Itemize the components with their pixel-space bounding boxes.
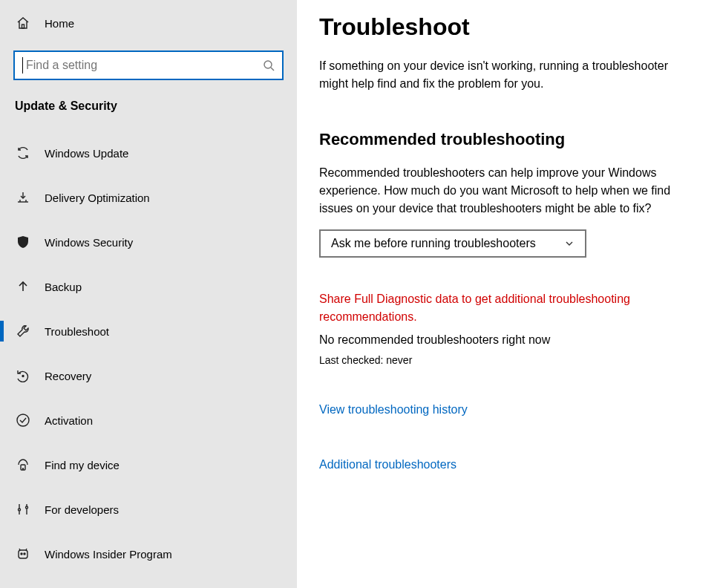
search-container	[13, 50, 284, 80]
sidebar-item-label: Windows Security	[45, 236, 133, 249]
sidebar-item-troubleshoot[interactable]: Troubleshoot	[0, 313, 297, 349]
sidebar-item-activation[interactable]: Activation	[0, 402, 297, 438]
svg-point-8	[21, 553, 22, 555]
sidebar-item-label: Activation	[45, 414, 93, 427]
sidebar-item-label: Windows Insider Program	[45, 548, 172, 561]
last-checked-text: Last checked: never	[319, 354, 698, 366]
svg-point-9	[24, 553, 25, 555]
sidebar-item-label: Windows Update	[45, 147, 128, 160]
view-history-link[interactable]: View troubleshooting history	[319, 403, 698, 416]
sidebar-item-label: Recovery	[45, 370, 91, 382]
sidebar-item-windows-security[interactable]: Windows Security	[0, 224, 297, 260]
dropdown-value: Ask me before running troubleshooters	[331, 237, 536, 250]
additional-troubleshooters-link[interactable]: Additional troubleshooters	[319, 458, 698, 471]
insider-icon	[15, 546, 31, 562]
svg-point-1	[264, 61, 272, 68]
sidebar-item-delivery-optimization[interactable]: Delivery Optimization	[0, 180, 297, 215]
svg-rect-7	[19, 550, 27, 558]
chevron-down-icon	[564, 238, 575, 249]
search-field[interactable]	[24, 52, 263, 79]
sidebar-item-windows-update[interactable]: Windows Update	[0, 135, 297, 171]
sidebar-item-windows-insider[interactable]: Windows Insider Program	[0, 536, 297, 572]
svg-point-4	[17, 414, 29, 426]
sidebar-item-backup[interactable]: Backup	[0, 269, 297, 304]
text-cursor	[22, 57, 23, 74]
sync-icon	[15, 145, 31, 161]
sidebar-item-for-developers[interactable]: For developers	[0, 491, 297, 527]
main-content: Troubleshoot If something on your device…	[297, 0, 720, 588]
recovery-icon	[15, 368, 31, 384]
download-opt-icon	[15, 189, 31, 206]
sidebar-item-label: For developers	[45, 503, 119, 516]
search-icon	[263, 59, 275, 71]
svg-line-2	[271, 68, 274, 71]
home-label: Home	[45, 17, 74, 30]
no-recommended-text: No recommended troubleshooters right now	[319, 333, 698, 347]
backup-arrow-icon	[15, 278, 31, 295]
search-input[interactable]	[13, 50, 284, 80]
wrench-icon	[15, 323, 31, 339]
sidebar-item-label: Delivery Optimization	[45, 192, 150, 204]
home-icon	[15, 15, 31, 31]
svg-rect-0	[22, 24, 24, 28]
activation-check-icon	[15, 412, 31, 428]
svg-point-3	[22, 376, 24, 377]
troubleshoot-preference-dropdown[interactable]: Ask me before running troubleshooters	[319, 229, 586, 258]
recommended-section-desc: Recommended troubleshooters can help imp…	[319, 164, 698, 218]
page-title: Troubleshoot	[319, 13, 698, 41]
diagnostic-warning: Share Full Diagnostic data to get additi…	[319, 290, 698, 326]
sidebar-item-recovery[interactable]: Recovery	[0, 358, 297, 393]
find-device-icon	[15, 457, 31, 473]
intro-text: If something on your device isn't workin…	[319, 57, 698, 93]
shield-icon	[15, 234, 31, 250]
home-button[interactable]: Home	[0, 7, 297, 39]
sidebar-item-label: Troubleshoot	[45, 325, 109, 338]
recommended-section-title: Recommended troubleshooting	[319, 130, 698, 149]
sidebar-item-find-my-device[interactable]: Find my device	[0, 447, 297, 483]
sidebar-item-label: Backup	[45, 281, 82, 293]
sidebar-item-label: Find my device	[45, 459, 120, 471]
sidebar: Home Update & Security Windows Update	[0, 0, 297, 588]
svg-point-6	[22, 468, 23, 469]
tools-icon	[15, 501, 31, 517]
sidebar-section-header: Update & Security	[0, 80, 297, 126]
